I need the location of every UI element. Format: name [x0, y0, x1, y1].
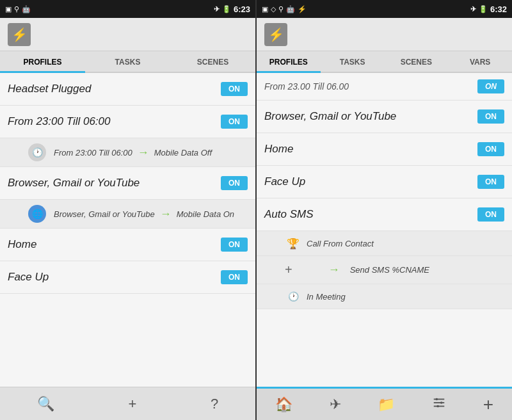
profile-home[interactable]: Home ON — [0, 229, 255, 261]
profile-list-right: From 23.00 Till 06.00 ON Browser, Gmail … — [257, 73, 512, 387]
nav-home-button[interactable]: 🏠 — [268, 391, 300, 418]
battery-icon-left: 🔋 — [222, 5, 231, 13]
app-header-right: ⚡ — [257, 18, 512, 51]
status-icons-right-left: ▣ ◇ ⚲ 🤖 ⚡ — [262, 5, 307, 13]
toggle-headset[interactable]: ON — [221, 82, 248, 96]
status-right-r: ✈ 🔋 6:32 — [470, 4, 507, 14]
toggle-time[interactable]: ON — [221, 115, 248, 129]
search-button-left[interactable]: 🔍 — [27, 391, 65, 417]
profile-name-faceup-r: Face Up — [264, 175, 305, 188]
profile-browser[interactable]: Browser, Gmail or YouTube ON — [0, 167, 255, 200]
toggle-autosms[interactable]: ON — [477, 207, 504, 222]
arrow-icon-time: → — [138, 146, 149, 159]
arrow-icon-browser: → — [160, 207, 172, 221]
diamond-icon-r: ◇ — [271, 5, 276, 13]
toggle-faceup[interactable]: ON — [221, 270, 248, 284]
clock-icon: 🕐 — [28, 143, 46, 161]
profile-headset[interactable]: Headset Plugged ON — [0, 73, 255, 106]
sim-icon-r: ▣ — [262, 5, 268, 13]
trophy-icon: 🏆 — [285, 235, 301, 252]
tabs-left: PROFILES TASKS SCENES — [0, 51, 255, 73]
add-button-left[interactable]: + — [118, 391, 147, 417]
bolt-icon-r: ⚡ — [298, 5, 307, 13]
condition-plus-row: + → Send SMS %CNAME — [257, 256, 512, 284]
profile-name-autosms: Auto SMS — [264, 208, 314, 221]
task-row-browser: 🌐 Browser, Gmail or YouTube → Mobile Dat… — [0, 200, 255, 229]
status-bar-left: ▣ ⚲ 🤖 ✈ 🔋 6:23 — [0, 0, 255, 18]
app-logo-right: ⚡ — [264, 23, 287, 46]
profile-name-headset: Headset Plugged — [8, 83, 91, 95]
nav-add-button[interactable]: + — [476, 389, 501, 420]
profile-name-time: From 23:00 Till 06:00 — [8, 115, 110, 128]
condition-name-call: Call From Contact — [307, 239, 374, 248]
airplane-icon-left: ✈ — [214, 5, 220, 13]
right-panel: ▣ ◇ ⚲ 🤖 ⚡ ✈ 🔋 6:32 ⚡ PROFILES TASKS SCEN… — [257, 0, 512, 420]
bottom-bar-left: 🔍 + ? — [0, 387, 255, 420]
svg-point-5 — [436, 405, 439, 407]
toggle-browser-r[interactable]: ON — [477, 109, 504, 124]
time-left: 6:23 — [234, 4, 250, 14]
battery-icon-right: 🔋 — [479, 5, 488, 13]
nav-airplane-button[interactable]: ✈ — [322, 391, 349, 418]
android-icon-r: 🤖 — [286, 5, 295, 13]
toggle-faceup-r[interactable]: ON — [477, 175, 504, 189]
tab-profiles-left[interactable]: PROFILES — [0, 51, 85, 72]
profile-name-browser: Browser, Gmail or YouTube — [8, 177, 140, 190]
task-action-browser: Mobile Data On — [177, 209, 234, 219]
task-name-time: From 23:00 Till 06:00 — [54, 148, 132, 158]
svg-point-3 — [436, 398, 438, 400]
profile-name-home: Home — [8, 238, 36, 251]
time-right: 6:32 — [490, 4, 507, 14]
profile-faceup-r[interactable]: Face Up ON — [257, 166, 512, 198]
tab-profiles-right[interactable]: PROFILES — [257, 51, 321, 72]
condition-in-meeting: 🕐 In Meeting — [257, 284, 512, 309]
task-name-browser: Browser, Gmail or YouTube — [54, 209, 155, 219]
usb-icon-r: ⚲ — [278, 5, 284, 13]
nav-folder-button[interactable]: 📁 — [370, 391, 403, 418]
nav-settings-button[interactable] — [424, 391, 454, 419]
profile-autosms[interactable]: Auto SMS ON — [257, 198, 512, 231]
profile-browser-r[interactable]: Browser, Gmail or YouTube ON — [257, 101, 512, 133]
profile-name-home-r: Home — [264, 143, 293, 156]
profile-list-left: Headset Plugged ON From 23:00 Till 06:00… — [0, 73, 255, 387]
tab-vars-right[interactable]: VARS — [448, 51, 512, 72]
plus-icon: + — [285, 260, 292, 280]
help-button-left[interactable]: ? — [200, 391, 228, 417]
scroll-top-name: From 23.00 Till 06.00 — [264, 81, 349, 92]
bottom-nav-right: 🏠 ✈ 📁 + — [257, 387, 512, 420]
tab-tasks-left[interactable]: TASKS — [85, 51, 170, 72]
status-bar-right: ▣ ◇ ⚲ 🤖 ⚡ ✈ 🔋 6:32 — [257, 0, 512, 18]
toggle-home[interactable]: ON — [221, 238, 248, 252]
app-logo-left: ⚡ — [8, 23, 31, 46]
profile-name-browser-r: Browser, Gmail or YouTube — [264, 110, 396, 123]
app-header-left: ⚡ — [0, 18, 255, 51]
meeting-icon: 🕐 — [285, 288, 301, 305]
sim-icon: ▣ — [5, 5, 12, 13]
airplane-icon-right: ✈ — [470, 5, 476, 13]
usb-icon: ⚲ — [14, 5, 19, 13]
toggle-browser[interactable]: ON — [221, 176, 248, 190]
tab-scenes-right[interactable]: SCENES — [385, 51, 449, 72]
tabs-right: PROFILES TASKS SCENES VARS — [257, 51, 512, 73]
task-action-time: Mobile Data Off — [154, 148, 212, 158]
profile-time[interactable]: From 23:00 Till 06:00 ON — [0, 106, 255, 138]
tab-scenes-left[interactable]: SCENES — [170, 51, 255, 72]
profile-home-r[interactable]: Home ON — [257, 133, 512, 166]
scroll-top-item: From 23.00 Till 06.00 ON — [257, 73, 512, 101]
tab-tasks-right[interactable]: TASKS — [321, 51, 385, 72]
sms-action: Send SMS %CNAME — [350, 265, 429, 275]
toggle-home-r[interactable]: ON — [477, 142, 504, 156]
profile-name-faceup: Face Up — [8, 271, 49, 284]
condition-call-from-contact: 🏆 Call From Contact — [257, 231, 512, 256]
profile-faceup[interactable]: Face Up ON — [0, 261, 255, 294]
android-icon: 🤖 — [22, 5, 31, 13]
status-right: ✈ 🔋 6:23 — [214, 4, 250, 14]
arrow-icon-sms: → — [328, 263, 340, 277]
condition-name-meeting: In Meeting — [307, 292, 346, 302]
toggle-scroll-top[interactable]: ON — [477, 79, 504, 93]
left-panel: ▣ ⚲ 🤖 ✈ 🔋 6:23 ⚡ PROFILES TASKS SCENES H… — [0, 0, 255, 420]
status-icons-left: ▣ ⚲ 🤖 — [5, 5, 31, 13]
svg-point-4 — [440, 401, 443, 404]
globe-icon: 🌐 — [28, 205, 46, 223]
task-row-time: 🕐 From 23:00 Till 06:00 → Mobile Data Of… — [0, 138, 255, 167]
